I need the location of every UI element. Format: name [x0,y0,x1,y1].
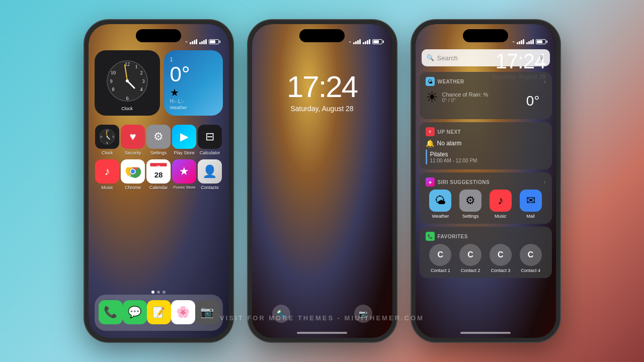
svg-text:9: 9 [101,135,102,138]
messages-bubble-icon: 💬 [128,306,141,319]
nc-siri-title: SIRI SUGGESTIONS [438,179,490,185]
nc-fav-avatar-3: C [490,244,512,266]
nc-lo-hi: 0° / 0° [442,98,489,103]
nc-cards: 🌤 WEATHER › 0° ☀ Chance of Rain: % 0° / … [420,72,552,278]
home-indicator-3 [460,332,511,334]
app-contacts[interactable]: 👤 Contacts [197,159,223,190]
dock-camera[interactable]: 📷 [195,300,219,326]
chrome-app-icon [121,159,145,184]
lock-time: 17:24 [252,69,392,104]
dock-photos[interactable]: 🌸 [171,300,195,326]
nc-siri-music-app[interactable]: ♪ Music [490,190,512,219]
app-security[interactable]: ♥ Security [120,125,146,155]
calculator-symbol-icon: ⊟ [205,130,214,143]
home-indicator-2 [297,332,347,334]
app-music[interactable]: ♪ Music [95,159,120,190]
svg-text:3: 3 [142,78,144,84]
nc-weather-card[interactable]: 🌤 WEATHER › 0° ☀ Chance of Rain: % 0° / … [420,72,552,119]
svg-text:2: 2 [140,70,142,75]
battery-fill-3 [537,40,542,43]
svg-text:3: 3 [112,135,114,138]
app-calculator[interactable]: ⊟ Calculator [197,125,223,155]
dot-1 [151,291,154,294]
nc-siri-mail-icon: ✉ [520,190,542,212]
nc-search-bar[interactable]: 🔍 Search 🎙 [422,49,550,66]
nc-fav-label-3: Contact 3 [491,268,511,273]
nc-siri-mail-app[interactable]: ✉ Mail [520,190,542,219]
nc-sun-icon: ☀ [426,89,438,106]
clock-widget[interactable]: 12 3 6 9 1 2 4 10 8 Clock [95,50,160,116]
music-app-icon: ♪ [95,159,119,184]
app-chrome[interactable]: Chrome [120,159,146,190]
nc-siri-music-label: Music [495,214,507,219]
calendar-svg: Sat 28 [148,161,169,182]
weather-widget-home[interactable]: 1 0° ★ H:- L:- Weather [164,50,223,116]
phone-app-icon: 📞 [99,300,123,324]
nc-siri-header: ◈ SIRI SUGGESTIONS › [426,177,546,187]
photos-app-icon: 🌸 [171,300,195,324]
app-playstore[interactable]: ▶ Play Store [172,125,197,155]
app-row-2: ♪ Music Chrome [95,159,223,190]
svg-text:9: 9 [110,78,112,84]
dock-phone[interactable]: 📞 [99,300,123,326]
notes-app-icon: 📝 [147,300,171,324]
app-itunes[interactable]: ★ iTunes Store [172,159,197,190]
bluetooth-icon-1: ⌁ [185,39,188,44]
status-icons-2: ⌁ [349,39,382,44]
settings-app-icon: ⚙ [146,125,171,149]
nc-fav-contact1[interactable]: C Contact 1 [429,244,451,273]
app-clock[interactable]: 12 3 6 9 Clock [95,125,120,155]
chrome-app-label: Chrome [125,185,141,190]
app-grid: 12 3 6 9 Clock ♥ Security [95,125,223,192]
dynamic-island-3 [463,29,508,42]
security-app-icon: ♥ [121,125,145,149]
nc-weather-temp: 0° [526,93,540,109]
contacts-person-icon: 👤 [202,164,217,178]
svg-text:4: 4 [140,86,142,92]
nc-siri-weather-app[interactable]: 🌤 Weather [429,190,451,219]
bluetooth-icon-2: ⌁ [349,39,351,44]
music-app-label: Music [101,185,113,190]
nc-upnext-card[interactable]: 7 UP NEXT 🔔 No alarm Pilates 11:00 AM - … [420,122,552,169]
signal2-3 [526,39,534,44]
nc-siri-settings-app[interactable]: ⚙ Settings [459,190,481,219]
camera-app-icon: 📷 [195,300,219,324]
nc-alarm-text: No alarm [437,140,462,147]
nc-weather-header: 🌤 WEATHER › [426,77,546,86]
nc-fav-title: FAVORITES [438,234,468,239]
app-settings[interactable]: ⚙ Settings [146,125,172,155]
svg-point-22 [107,136,108,138]
phone1-home: ⌁ [85,20,233,342]
nc-rain-chance: Chance of Rain: % [442,92,489,98]
nc-weather-cloud-icon: 🌤 [428,79,433,84]
nc-search-icon: 🔍 [427,54,434,61]
nc-siri-apps-grid: 🌤 Weather ⚙ Settings ♪ Music ✉ Mail [426,190,546,219]
dot-3 [163,291,166,294]
nc-siri-music-icon: ♪ [490,190,512,212]
itunes-app-icon: ★ [172,159,196,184]
chrome-svg [123,161,143,182]
nc-siri-weather-icon: 🌤 [429,190,451,212]
clock-face: 12 3 6 9 1 2 4 10 8 [102,55,152,105]
nc-fav-label-1: Contact 1 [431,268,450,273]
nc-fav-avatar-1: C [429,244,451,266]
nc-event-time: 11:00 AM - 12:00 PM [430,158,477,163]
itunes-app-label: iTunes Store [173,185,195,190]
signal1-2 [353,39,361,44]
nc-siri-mail-label: Mail [526,214,535,219]
app-calendar[interactable]: Sat 28 Calendar [146,159,172,190]
nc-fav-contact4[interactable]: C Contact 4 [520,244,542,273]
nc-fav-contact2[interactable]: C Contact 2 [459,244,481,273]
calendar-app-icon: Sat 28 [146,159,171,184]
nc-fav-avatar-4: C [520,244,542,266]
nc-search-placeholder: Search [437,54,536,62]
dock-messages[interactable]: 💬 [123,300,147,326]
nc-fav-contact3[interactable]: C Contact 3 [490,244,512,273]
nc-search-mic-icon: 🎙 [539,54,545,61]
messages-app-icon: 💬 [123,300,147,324]
dock-notes[interactable]: 📝 [147,300,171,326]
weather-temp: 0° [170,62,190,86]
itunes-star-icon: ★ [179,165,189,178]
photos-flower-icon: 🌸 [176,306,190,319]
nc-weather-details: Chance of Rain: % 0° / 0° [442,92,489,103]
